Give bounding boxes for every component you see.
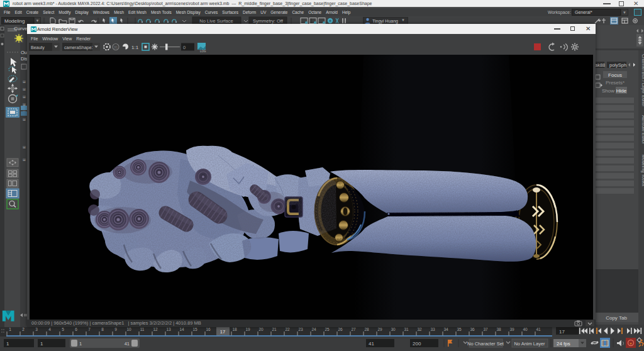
svg-text:polySph: polySph: [609, 62, 626, 68]
svg-text:14: 14: [179, 327, 184, 332]
svg-text:2: 2: [22, 327, 25, 332]
svg-text:0: 0: [183, 45, 186, 50]
svg-text:Out: Out: [21, 50, 27, 55]
svg-text:⊞: ⊞: [23, 145, 26, 150]
svg-text:13: 13: [166, 327, 171, 332]
svg-text:37: 37: [483, 327, 488, 332]
svg-text:1: 1: [40, 341, 43, 347]
svg-text:33: 33: [430, 327, 435, 332]
svg-text:24 fps: 24 fps: [557, 341, 570, 347]
svg-text:Disp: Disp: [21, 56, 27, 62]
svg-text:39: 39: [509, 327, 514, 332]
svg-text:21: 21: [272, 327, 277, 332]
svg-text:11: 11: [140, 327, 145, 332]
svg-text:15: 15: [192, 327, 197, 332]
svg-text:20: 20: [258, 327, 264, 332]
svg-text:41: 41: [125, 341, 130, 347]
svg-text:7: 7: [88, 327, 91, 332]
svg-text:12: 12: [153, 327, 158, 332]
svg-text:9: 9: [114, 327, 117, 332]
svg-text:No Character Set: No Character Set: [467, 341, 504, 347]
svg-text:Beauty: Beauty: [31, 45, 45, 50]
svg-text:32: 32: [417, 327, 422, 332]
svg-text:ak88: ak88: [595, 62, 605, 68]
svg-text:Focus: Focus: [608, 72, 622, 78]
svg-text:1: 1: [6, 341, 9, 347]
svg-text:3: 3: [35, 327, 38, 332]
svg-text:41: 41: [536, 327, 541, 332]
svg-text:36: 36: [470, 327, 475, 332]
svg-text:1: 1: [9, 327, 11, 332]
svg-text:Presets*: Presets*: [606, 80, 625, 86]
svg-text:⊞: ⊞: [23, 158, 26, 162]
svg-text:40: 40: [523, 327, 528, 332]
svg-text:1: 1: [79, 341, 82, 347]
svg-text:10: 10: [126, 327, 131, 332]
svg-text:27: 27: [351, 327, 356, 332]
svg-text:29: 29: [377, 327, 382, 332]
svg-text:17: 17: [559, 329, 565, 335]
svg-text:No Live Surface: No Live Surface: [199, 18, 233, 24]
svg-text:25: 25: [325, 327, 330, 332]
svg-text:41: 41: [369, 341, 374, 347]
svg-text:23: 23: [298, 327, 303, 332]
svg-text:Symmetry: Off: Symmetry: Off: [253, 18, 284, 24]
svg-text:Copy Tab: Copy Tab: [606, 315, 627, 321]
svg-text:⊞: ⊞: [23, 80, 26, 84]
svg-text:⊞: ⊞: [23, 95, 26, 99]
svg-text:24: 24: [311, 327, 316, 332]
svg-text:4: 4: [48, 327, 51, 332]
svg-text:34: 34: [443, 327, 448, 332]
svg-text:26: 26: [338, 327, 343, 332]
svg-text:8: 8: [101, 327, 104, 332]
svg-text:No Anim Layer: No Anim Layer: [514, 341, 545, 347]
svg-text:⊞: ⊞: [23, 87, 26, 92]
svg-text:6: 6: [75, 327, 77, 332]
svg-text:31: 31: [404, 327, 409, 332]
svg-text:17: 17: [220, 329, 225, 335]
svg-text:Hide: Hide: [616, 88, 627, 94]
svg-text:30: 30: [391, 327, 396, 332]
svg-text:200: 200: [413, 341, 421, 347]
svg-text:35: 35: [457, 327, 462, 332]
svg-text:38: 38: [496, 327, 501, 332]
svg-text:Curve: Curve: [14, 26, 27, 31]
svg-text:LOG: LOG: [200, 50, 206, 53]
svg-text:⊞: ⊞: [23, 118, 26, 122]
svg-text:16: 16: [206, 327, 211, 332]
svg-text:3D: 3D: [114, 46, 118, 49]
svg-text:Show: Show: [602, 88, 614, 94]
svg-text:18: 18: [232, 327, 237, 332]
svg-text:Attribute Editor: Attribute Editor: [641, 115, 644, 145]
svg-text:28: 28: [364, 327, 369, 332]
svg-text:19: 19: [245, 327, 250, 332]
svg-text:5: 5: [62, 327, 64, 332]
svg-text:1:1: 1:1: [131, 45, 139, 50]
svg-text:22: 22: [285, 327, 290, 332]
svg-text:cameraShape1: cameraShape1: [64, 45, 94, 50]
